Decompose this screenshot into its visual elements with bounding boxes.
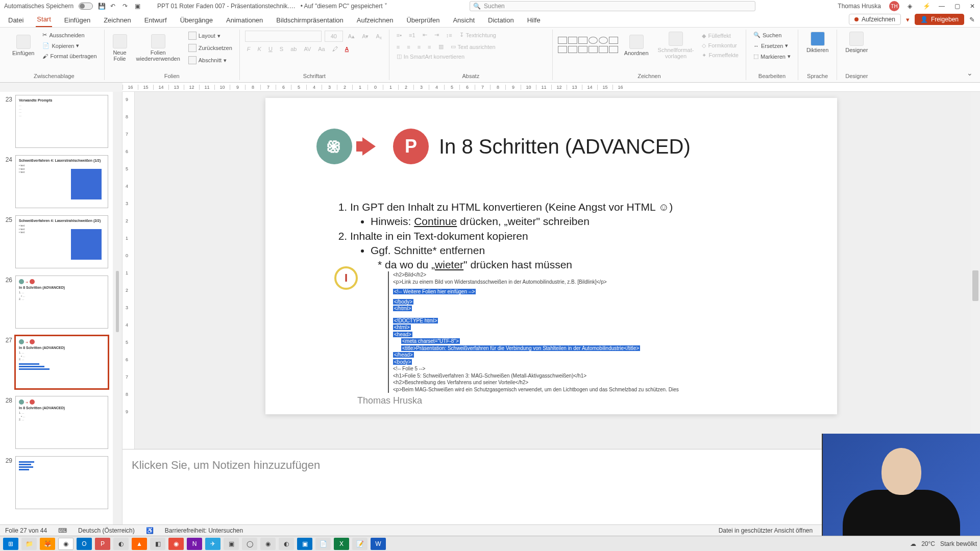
maximize-icon[interactable]: ▢ <box>953 3 961 10</box>
chrome-icon[interactable]: ◉ <box>58 538 74 550</box>
font-size-select[interactable]: 40 <box>325 31 343 42</box>
justify-icon[interactable]: ≡ <box>426 43 433 51</box>
scrollbar-handle[interactable] <box>972 270 978 301</box>
align-center-icon[interactable]: ≡ <box>405 43 412 51</box>
indent-dec-icon[interactable]: ⇤ <box>421 31 429 39</box>
comments-icon[interactable]: ✎ <box>969 16 975 23</box>
bullets-icon[interactable]: ≡• <box>395 31 404 39</box>
align-text-button[interactable]: ▭Text ausrichten <box>449 42 498 51</box>
tab-animationen[interactable]: Animationen <box>225 13 264 27</box>
tab-dictation[interactable]: Dictation <box>487 13 515 27</box>
shape-effects-button[interactable]: ✦Formeffekte <box>700 51 741 60</box>
record-button[interactable]: Aufzeichnen <box>849 14 901 25</box>
find-button[interactable]: 🔍Suchen <box>751 31 793 39</box>
accessibility-icon[interactable]: ♿ <box>146 527 154 534</box>
slide-thumbnail[interactable]: 23Verwandte Prompts… … … … <box>2 95 117 148</box>
clear-format-icon[interactable]: Aᵪ <box>374 32 383 41</box>
user-avatar[interactable]: TH <box>889 1 899 11</box>
arrange-button[interactable]: Anordnen <box>621 34 652 57</box>
slide-thumbnail[interactable]: 25Schweißverfahren 4: Laserstrahlschweiß… <box>2 215 117 268</box>
case-icon[interactable]: Aa <box>316 45 327 53</box>
notepad-icon[interactable]: 📝 <box>352 538 368 550</box>
increase-font-icon[interactable]: A▴ <box>346 32 357 41</box>
excel-icon[interactable]: X <box>334 538 349 550</box>
align-left-icon[interactable]: ≡ <box>395 43 402 51</box>
strike-icon[interactable]: S <box>278 45 285 53</box>
align-right-icon[interactable]: ≡ <box>415 43 423 51</box>
shape-outline-button[interactable]: ◇Formkontur <box>700 41 741 50</box>
telegram-icon[interactable]: ✈ <box>205 538 220 550</box>
smartart-button[interactable]: ◫In SmartArt konvertieren <box>395 52 547 61</box>
slide-canvas[interactable]: ֍ P In 8 Schritten (ADVANCED) In GPT den… <box>265 98 837 414</box>
app-icon[interactable]: ▣ <box>297 538 312 550</box>
paste-button[interactable]: Einfügen <box>9 34 37 57</box>
redo-icon[interactable]: ↷ <box>122 3 130 10</box>
vlc-icon[interactable]: ▲ <box>132 538 147 550</box>
minimize-icon[interactable]: — <box>938 3 945 10</box>
underline-icon[interactable]: U <box>266 45 275 53</box>
tab-zeichnen[interactable]: Zeichnen <box>103 13 132 27</box>
thumb-scrollbar[interactable] <box>113 92 122 536</box>
diamond-icon[interactable]: ◈ <box>908 3 915 10</box>
app-icon[interactable]: ◧ <box>150 538 165 550</box>
new-slide-button[interactable]: Neue Folie <box>110 33 130 63</box>
format-painter-button[interactable]: 🖌Format übertragen <box>40 52 99 60</box>
shapes-gallery[interactable] <box>558 37 618 54</box>
weather-temp[interactable]: 20°C <box>921 540 935 547</box>
shape-fill-button[interactable]: ◆Fülleffekt <box>700 32 741 40</box>
powerpoint-taskbar-icon[interactable]: P <box>95 538 110 550</box>
select-button[interactable]: ⬚Markieren▾ <box>751 52 793 61</box>
save-icon[interactable]: 💾 <box>98 3 105 10</box>
shadow-icon[interactable]: ab <box>288 45 299 53</box>
columns-icon[interactable]: ▥ <box>436 42 446 51</box>
app-icon[interactable]: ◯ <box>242 538 257 550</box>
reset-button[interactable]: Zurücksetzen <box>186 43 234 53</box>
ribbon-display-icon[interactable]: ⚡ <box>923 3 930 10</box>
font-family-select[interactable] <box>245 31 322 42</box>
font-color-icon[interactable]: A <box>343 45 351 53</box>
autosave-toggle[interactable] <box>79 3 93 10</box>
tab-datei[interactable]: Datei <box>7 13 24 27</box>
quick-styles-button[interactable]: Schnellformat- vorlagen <box>655 31 697 60</box>
spacing-icon[interactable]: AV <box>302 45 313 53</box>
indent-inc-icon[interactable]: ⇥ <box>432 31 441 39</box>
status-protected[interactable]: Datei in geschützter Ansicht öffnen <box>719 527 813 534</box>
close-icon[interactable]: ✕ <box>969 3 976 10</box>
tab-aufzeichnen[interactable]: Aufzeichnen <box>356 13 395 27</box>
tab-ueberpruefen[interactable]: Überprüfen <box>405 13 440 27</box>
decrease-font-icon[interactable]: A▾ <box>360 32 371 41</box>
slide-thumbnail[interactable]: 24Schweißverfahren 4: Laserstrahlschweiß… <box>2 155 117 208</box>
cut-button[interactable]: ✂Ausschneiden <box>40 31 99 39</box>
slide-thumbnail[interactable]: 26➔In 8 Schritten (ADVANCED)1. … • … 2. … <box>2 276 117 329</box>
slide-thumbnail[interactable]: 29 <box>2 456 117 509</box>
firefox-icon[interactable]: 🦊 <box>40 538 55 550</box>
status-language[interactable]: Deutsch (Österreich) <box>78 527 135 534</box>
numbering-icon[interactable]: ≡1 <box>407 31 418 39</box>
section-button[interactable]: Abschnitt▾ <box>186 55 234 65</box>
line-spacing-icon[interactable]: ↕≡ <box>444 31 454 39</box>
text-direction-button[interactable]: ↧Textrichtung <box>457 31 498 39</box>
undo-icon[interactable]: ↶ <box>110 3 117 10</box>
ribbon-collapse-icon[interactable]: ⌄ <box>967 69 973 77</box>
tab-start[interactable]: Start <box>36 12 52 27</box>
italic-icon[interactable]: K <box>256 45 263 53</box>
tab-ansicht[interactable]: Ansicht <box>452 13 476 27</box>
weather-text[interactable]: Stark bewölkt <box>940 540 977 547</box>
weather-icon[interactable]: ☁ <box>910 540 916 547</box>
edit-scrollbar[interactable] <box>971 92 980 449</box>
onenote-icon[interactable]: N <box>187 538 202 550</box>
designer-button[interactable]: Designer <box>842 31 871 54</box>
tab-entwurf[interactable]: Entwurf <box>143 13 168 27</box>
tab-uebergaenge[interactable]: Übergänge <box>179 13 214 27</box>
slide-thumbnail[interactable]: 27➔In 8 Schritten (ADVANCED)1. … • … 2. … <box>2 336 117 389</box>
app-icon[interactable]: ◐ <box>279 538 294 550</box>
start-button[interactable]: ⊞ <box>3 538 18 550</box>
bold-icon[interactable]: F <box>245 45 253 53</box>
app-icon[interactable]: ▣ <box>224 538 239 550</box>
share-button[interactable]: 👤Freigeben <box>915 14 964 25</box>
share-dropdown-icon[interactable]: ▾ <box>906 16 910 23</box>
app-icon[interactable]: ◉ <box>260 538 276 550</box>
user-name[interactable]: Thomas Hruska <box>838 3 881 10</box>
dictate-button[interactable]: Diktieren <box>803 31 831 54</box>
tab-bildschirm[interactable]: Bildschirmpräsentation <box>275 13 345 27</box>
